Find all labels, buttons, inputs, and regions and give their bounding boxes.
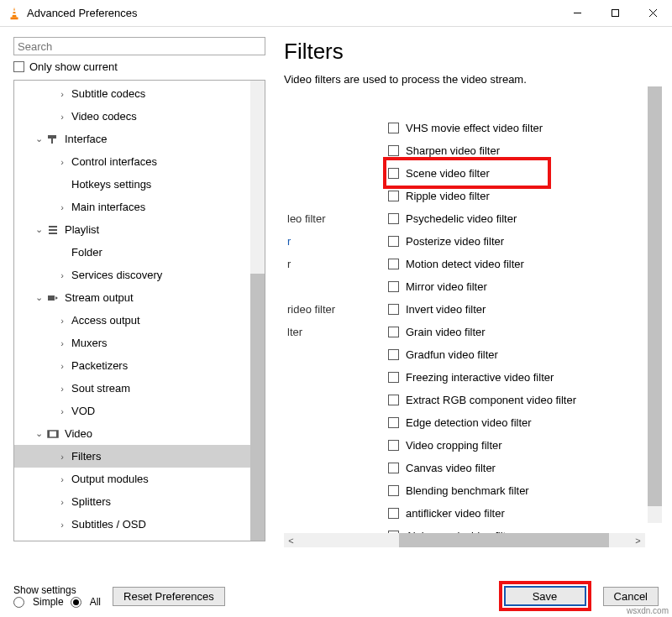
chevron-down-icon[interactable]: ⌄	[33, 292, 45, 303]
chevron-down-icon[interactable]: ⌄	[33, 224, 45, 235]
filter-label[interactable]: VHS movie effect video filter	[406, 122, 543, 134]
tree-item-vod[interactable]: ›VOD	[14, 400, 265, 422]
chevron-right-icon[interactable]: ›	[56, 157, 68, 167]
filter-label[interactable]: Posterize video filter	[406, 235, 504, 248]
chevron-down-icon[interactable]: ⌄	[33, 133, 45, 144]
chevron-right-icon[interactable]: ›	[56, 474, 68, 484]
chevron-right-icon[interactable]: ›	[56, 406, 68, 416]
filter-label[interactable]: Ripple video filter	[406, 190, 490, 202]
filter-checkbox[interactable]	[388, 440, 399, 451]
maximize-button[interactable]	[596, 1, 634, 26]
tree-item-services-discovery[interactable]: ›Services discovery	[14, 264, 265, 286]
radio-all-label[interactable]: All	[90, 596, 101, 608]
filter-label[interactable]: Grain video filter	[406, 326, 486, 338]
right-panel: Filters Video filters are used to proces…	[269, 27, 672, 575]
tree-item-filters[interactable]: ›Filters	[14, 445, 265, 468]
filter-label[interactable]: Mirror video filter	[406, 280, 487, 293]
tree-item-main-interfaces[interactable]: ›Main interfaces	[14, 196, 265, 218]
left-panel: Only show current ›Subtitle codecs›Video…	[0, 27, 269, 575]
filter-checkbox[interactable]	[388, 259, 399, 269]
filter-label[interactable]: Psychedelic video filter	[406, 212, 517, 225]
filter-checkbox[interactable]	[388, 349, 399, 360]
chevron-right-icon[interactable]: ›	[56, 270, 68, 280]
tree-item-playlist[interactable]: ⌄Playlist	[14, 218, 265, 241]
filter-checkbox[interactable]	[388, 395, 399, 405]
tree-scrollbar[interactable]	[250, 81, 265, 541]
filter-label[interactable]: Motion detect video filter	[406, 258, 524, 270]
tree-item-hotkeys-settings[interactable]: Hotkeys settings	[14, 173, 265, 196]
chevron-right-icon[interactable]: ›	[56, 112, 68, 122]
tree-item-output-modules[interactable]: ›Output modules	[14, 468, 265, 490]
save-button[interactable]: Save	[504, 586, 586, 606]
filter-checkbox[interactable]	[388, 145, 399, 156]
filter-checkbox[interactable]	[388, 168, 399, 179]
tree-item-label: Main interfaces	[68, 201, 145, 213]
radio-simple-label[interactable]: Simple	[33, 596, 64, 608]
filter-checkbox[interactable]	[388, 281, 399, 292]
category-tree[interactable]: ›Subtitle codecs›Video codecs⌄Interface›…	[13, 80, 265, 541]
scroll-right-icon[interactable]: >	[631, 536, 645, 546]
radio-all[interactable]	[71, 597, 81, 608]
scroll-left-icon[interactable]: <	[284, 536, 298, 546]
tree-item-label: Control interfaces	[68, 155, 157, 168]
chevron-right-icon[interactable]: ›	[56, 520, 68, 530]
chevron-right-icon[interactable]: ›	[56, 497, 68, 507]
filter-label[interactable]: Invert video filter	[406, 303, 486, 316]
only-show-current-checkbox[interactable]	[13, 61, 24, 72]
chevron-right-icon[interactable]: ›	[56, 89, 68, 99]
filter-checkbox[interactable]	[388, 463, 399, 473]
chevron-right-icon[interactable]: ›	[56, 338, 68, 348]
filter-label[interactable]: Canvas video filter	[406, 462, 496, 474]
filter-checkbox[interactable]	[388, 417, 399, 428]
filter-checkbox[interactable]	[388, 213, 399, 224]
bottom-bar: Show settings Simple All Reset Preferenc…	[0, 575, 672, 617]
filter-label[interactable]: Blending benchmark filter	[406, 484, 529, 497]
close-button[interactable]	[634, 1, 672, 26]
filter-label[interactable]: Extract RGB component video filter	[406, 394, 576, 406]
filter-checkbox[interactable]	[388, 123, 399, 133]
filter-checkbox[interactable]	[388, 327, 399, 337]
cancel-button[interactable]: Cancel	[603, 587, 659, 606]
radio-simple[interactable]	[13, 597, 24, 608]
tree-item-access-output[interactable]: ›Access output	[14, 309, 265, 332]
chevron-right-icon[interactable]: ›	[56, 384, 68, 394]
filter-label[interactable]: Gradfun video filter	[406, 348, 498, 361]
tree-item-label: Interface	[61, 133, 108, 145]
search-input[interactable]	[13, 37, 265, 55]
chevron-right-icon[interactable]: ›	[56, 452, 68, 462]
filter-checkbox[interactable]	[388, 191, 399, 201]
filter-checkbox[interactable]	[388, 236, 399, 247]
tree-item-stream-output[interactable]: ⌄Stream output	[14, 286, 265, 309]
tree-item-splitters[interactable]: ›Splitters	[14, 490, 265, 513]
tree-item-interface[interactable]: ⌄Interface	[14, 128, 265, 150]
chevron-right-icon[interactable]: ›	[56, 361, 68, 371]
right-vert-scrollbar[interactable]	[648, 86, 662, 523]
filter-label[interactable]: Edge detection video filter	[406, 416, 532, 429]
tree-item-subtitle-codecs[interactable]: ›Subtitle codecs	[14, 82, 265, 105]
chevron-right-icon[interactable]: ›	[56, 316, 68, 326]
tree-item-muxers[interactable]: ›Muxers	[14, 332, 265, 354]
tree-item-sout-stream[interactable]: ›Sout stream	[14, 377, 265, 400]
filter-label[interactable]: Freezing interactive video filter	[406, 371, 554, 384]
filter-label[interactable]: Video cropping filter	[406, 439, 502, 452]
tree-item-subtitles-osd[interactable]: ›Subtitles / OSD	[14, 513, 265, 536]
tree-item-folder[interactable]: Folder	[14, 241, 265, 264]
filter-label[interactable]: Scene video filter	[406, 167, 490, 180]
filter-checkbox[interactable]	[388, 485, 399, 496]
filter-checkbox[interactable]	[388, 304, 399, 315]
tree-item-control-interfaces[interactable]: ›Control interfaces	[14, 150, 265, 173]
tree-item-video-codecs[interactable]: ›Video codecs	[14, 105, 265, 128]
chevron-down-icon[interactable]: ⌄	[33, 428, 45, 439]
filter-label[interactable]: antiflicker video filter	[406, 507, 505, 520]
filter-checkbox[interactable]	[388, 372, 399, 383]
tree-item-packetizers[interactable]: ›Packetizers	[14, 354, 265, 377]
reset-preferences-button[interactable]: Reset Preferences	[113, 587, 225, 606]
filter-row: rideo filterInvert video filter	[284, 298, 657, 321]
filter-row: Freezing interactive video filter	[284, 366, 657, 389]
filter-label[interactable]: Sharpen video filter	[406, 144, 500, 157]
tree-item-video[interactable]: ⌄Video	[14, 422, 265, 445]
filter-checkbox[interactable]	[388, 508, 399, 519]
chevron-right-icon[interactable]: ›	[56, 202, 68, 212]
minimize-button[interactable]	[559, 1, 596, 26]
right-horiz-scrollbar[interactable]: < >	[284, 533, 645, 547]
